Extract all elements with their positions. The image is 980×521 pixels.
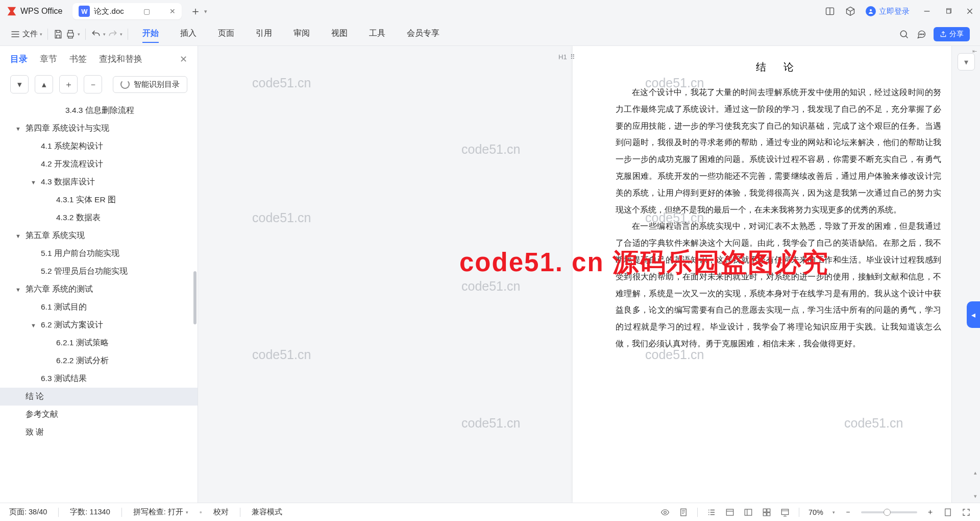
save-icon[interactable] — [53, 29, 63, 39]
print-dropdown-icon[interactable]: ▾ — [78, 32, 80, 37]
rail-scroll-down-icon[interactable]: ▾ — [974, 493, 977, 500]
toc-item-label: 5.2 管理员后台功能实现 — [41, 266, 128, 277]
sidebar-tab-3[interactable]: 查找和替换 — [99, 53, 142, 65]
toc-list[interactable]: 3.4.3 信息删除流程▼第四章 系统设计与实现4.1 系统架构设计4.2 开发… — [0, 99, 198, 503]
smart-toc-button[interactable]: 智能识别目录 — [113, 76, 187, 93]
ribbon-tab-6[interactable]: 工具 — [369, 25, 385, 43]
file-menu[interactable]: 文件▾ — [22, 29, 42, 39]
rail-scroll-up-icon[interactable]: ▴ — [974, 469, 977, 476]
rail-collapse-icon[interactable]: ⇤ — [972, 48, 977, 55]
tab-window-icon[interactable]: ▢ — [143, 7, 150, 15]
menu-icon[interactable] — [10, 29, 20, 39]
window-close-icon[interactable] — [966, 7, 974, 15]
view-grid-icon[interactable] — [762, 508, 771, 517]
document-canvas[interactable]: H1 ⠿ 结 论 在这个设计中，我花了大量的时间去理解系统开发中使用的知识，经过… — [198, 46, 951, 503]
toc-item[interactable]: ▼第四章 系统设计与实现 — [0, 120, 198, 137]
sidebar-close-icon[interactable]: ✕ — [180, 54, 187, 65]
toc-remove-button[interactable]: － — [84, 75, 102, 93]
ribbon-tab-3[interactable]: 引用 — [256, 25, 272, 43]
new-tab-dropdown-icon[interactable]: ▾ — [204, 8, 207, 15]
toc-item-label: 参考文献 — [26, 409, 58, 420]
ribbon-tab-2[interactable]: 页面 — [218, 25, 234, 43]
toc-item[interactable]: ▼4.3 数据库设计 — [0, 173, 198, 191]
zoom-value[interactable]: 70% — [808, 508, 823, 516]
sidebar-scrollbar[interactable] — [193, 271, 197, 324]
collapse-all-button[interactable]: ▾ — [10, 75, 29, 93]
toc-item[interactable]: 6.3 测试结果 — [0, 370, 198, 388]
app-logo: WPS Office — [6, 6, 62, 17]
toc-item[interactable]: 4.3.2 数据表 — [0, 209, 198, 227]
toc-item[interactable]: 参考文献 — [0, 406, 198, 423]
title-bar: WPS Office W 论文.doc ▢ ✕ ＋▾ 立即登录 — [0, 0, 980, 22]
toc-item[interactable]: 致 谢 — [0, 423, 198, 441]
ribbon-tab-4[interactable]: 审阅 — [293, 25, 310, 43]
toc-item[interactable]: 4.1 系统架构设计 — [0, 137, 198, 155]
view-page-icon[interactable] — [679, 508, 688, 517]
view-outline-icon[interactable] — [707, 508, 716, 517]
undo-icon[interactable] — [91, 29, 101, 39]
reader-mode-icon[interactable] — [825, 6, 835, 16]
status-compat[interactable]: 兼容模式 — [252, 507, 282, 517]
toc-item[interactable]: 6.2.1 测试策略 — [0, 334, 198, 352]
toc-item[interactable]: 6.2.2 测试分析 — [0, 352, 198, 370]
toc-item[interactable]: 结 论 — [0, 388, 198, 406]
svg-rect-10 — [726, 509, 733, 515]
fullscreen-icon[interactable] — [962, 508, 971, 517]
rail-dropdown-button[interactable]: ▾ — [958, 53, 975, 70]
view-eye-icon[interactable] — [660, 508, 670, 517]
toc-item-label: 4.3.2 数据表 — [56, 212, 101, 223]
print-icon[interactable] — [65, 29, 76, 39]
view-layout2-icon[interactable] — [744, 508, 753, 517]
redo-dropdown-icon[interactable]: ▾ — [120, 32, 122, 37]
drag-handle-icon[interactable]: ⠿ — [570, 53, 575, 61]
view-layout1-icon[interactable] — [725, 508, 734, 517]
toc-item[interactable]: ▼第六章 系统的测试 — [0, 280, 198, 298]
window-minimize-icon[interactable] — [923, 7, 931, 15]
login-button[interactable]: 立即登录 — [866, 6, 910, 16]
toc-item[interactable]: 5.2 管理员后台功能实现 — [0, 263, 198, 280]
toc-item[interactable]: 5.1 用户前台功能实现 — [0, 245, 198, 263]
zoom-out-button[interactable]: － — [844, 507, 852, 517]
tab-close-icon[interactable]: ✕ — [169, 7, 176, 15]
cube-icon[interactable] — [845, 6, 855, 16]
chat-icon[interactable] — [916, 29, 926, 39]
edge-expand-tab[interactable]: ◂ — [967, 301, 980, 328]
zoom-in-button[interactable]: ＋ — [926, 507, 934, 517]
toc-item-label: 第四章 系统设计与实现 — [26, 123, 109, 134]
sidebar-tab-0[interactable]: 目录 — [10, 53, 28, 65]
window-restore-icon[interactable] — [944, 7, 952, 15]
status-words[interactable]: 字数: 11340 — [70, 507, 110, 517]
toc-item-label: 4.3.1 实体 ER 图 — [56, 195, 116, 205]
ribbon-tab-7[interactable]: 会员专享 — [407, 25, 439, 43]
status-proof[interactable]: 校对 — [213, 507, 229, 517]
expand-all-button[interactable]: ▴ — [35, 75, 53, 93]
toc-item[interactable]: 6.1 测试目的 — [0, 298, 198, 316]
ribbon-tab-5[interactable]: 视图 — [331, 25, 348, 43]
search-icon[interactable] — [899, 29, 909, 39]
page-body: 在这个设计中，我花了大量的时间去理解系统开发中使用的知识，经过这段时间的努力工作… — [616, 84, 941, 352]
share-button[interactable]: 分享 — [934, 27, 970, 41]
zoom-slider-knob[interactable] — [884, 509, 891, 516]
heading-level-badge: H1 — [558, 53, 567, 61]
sidebar-tab-2[interactable]: 书签 — [69, 53, 87, 65]
toc-item[interactable]: ▼第五章 系统实现 — [0, 227, 198, 245]
document-tab[interactable]: W 论文.doc ▢ ✕ — [72, 3, 181, 19]
toc-item-label: 第六章 系统的测试 — [26, 284, 93, 295]
status-page[interactable]: 页面: 38/40 — [9, 507, 47, 517]
redo-icon[interactable] — [108, 29, 118, 39]
toc-item[interactable]: ▼6.2 测试方案设计 — [0, 316, 198, 334]
ribbon-tab-1[interactable]: 插入 — [180, 25, 197, 43]
undo-dropdown-icon[interactable]: ▾ — [103, 32, 106, 37]
toc-item[interactable]: 3.4.3 信息删除流程 — [0, 102, 198, 120]
new-tab-button[interactable]: ＋▾ — [190, 4, 207, 19]
ribbon-tab-0[interactable]: 开始 — [142, 25, 159, 43]
sidebar-tab-1[interactable]: 章节 — [40, 53, 57, 65]
fit-page-icon[interactable] — [943, 508, 952, 517]
toc-item[interactable]: 4.2 开发流程设计 — [0, 155, 198, 173]
status-spellcheck[interactable]: 拼写检查: 打开▾ — [133, 507, 188, 517]
toc-add-button[interactable]: ＋ — [59, 75, 78, 93]
view-web-icon[interactable] — [780, 508, 790, 517]
zoom-slider[interactable] — [861, 511, 917, 513]
toc-item[interactable]: 4.3.1 实体 ER 图 — [0, 191, 198, 209]
zoom-dropdown-icon[interactable]: ▾ — [832, 510, 835, 515]
